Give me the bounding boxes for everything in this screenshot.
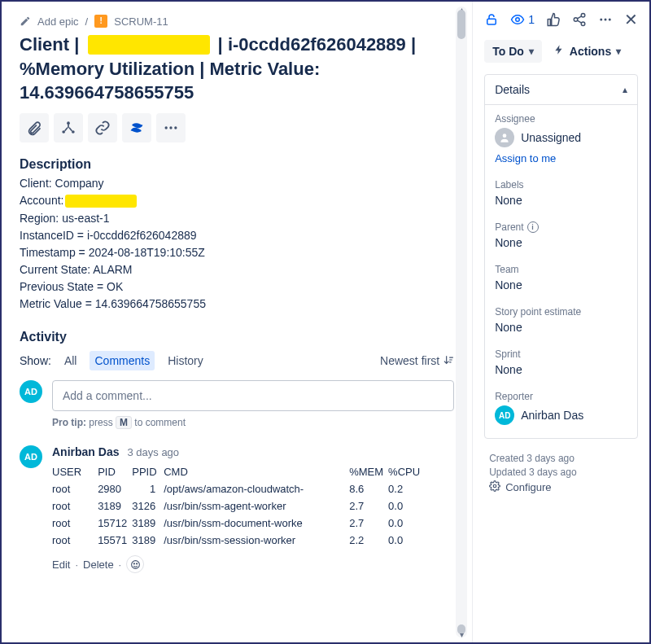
redacted-highlight-small: [65, 195, 137, 208]
col-cmd: CMD: [164, 463, 308, 480]
attach-button[interactable]: [20, 113, 49, 142]
watch-button[interactable]: 1: [510, 12, 535, 27]
tab-history[interactable]: History: [163, 351, 208, 370]
reporter-label: Reporter: [495, 391, 627, 402]
comment-author[interactable]: Anirban Das: [52, 445, 119, 458]
actions-label: Actions: [570, 45, 611, 58]
comment-actions: Edit · Delete ·: [52, 555, 454, 573]
pro-tip: Pro tip: press M to comment: [52, 416, 454, 429]
desc-metric-value: Metric Value = 14.639664758655755: [20, 297, 454, 310]
add-reaction[interactable]: [126, 555, 144, 573]
breadcrumb: Add epic / ! SCRUM-11: [20, 15, 454, 28]
issue-key[interactable]: SCRUM-11: [114, 15, 168, 28]
table-row: root 15571 3189 /usr/bin/ssm-session-wor…: [52, 532, 425, 549]
field-story-points[interactable]: Story point estimate None: [495, 306, 627, 334]
svg-point-17: [503, 134, 507, 138]
desc-instance: InstanceID = i-0ccdd62f626042889: [20, 229, 454, 242]
title-prefix: Client |: [20, 34, 85, 55]
edit-comment[interactable]: Edit: [52, 559, 70, 571]
tab-comments[interactable]: Comments: [90, 351, 155, 370]
show-label: Show:: [20, 354, 51, 367]
side-toolbar: 1 ✕: [473, 2, 649, 33]
share-icon[interactable]: [572, 12, 587, 27]
svg-point-2: [72, 130, 75, 134]
status-dropdown[interactable]: To Do ▾: [484, 40, 542, 63]
tab-all[interactable]: All: [59, 351, 82, 370]
protip-post: to comment: [132, 417, 186, 428]
description-heading: Description: [20, 157, 454, 172]
team-label: Team: [495, 264, 627, 275]
sort-icon: [443, 354, 454, 368]
link-button[interactable]: [88, 113, 117, 142]
col-pid: PID: [86, 463, 132, 480]
sprint-label: Sprint: [495, 348, 627, 360]
current-user-avatar: AD: [20, 380, 42, 403]
story-label: Story point estimate: [495, 306, 627, 318]
parent-label: Parent: [495, 221, 523, 233]
assignee-label: Assignee: [495, 113, 627, 125]
sort-label: Newest first: [380, 354, 439, 367]
confluence-button[interactable]: [122, 113, 151, 142]
redacted-highlight: [88, 35, 210, 55]
bolt-icon: [553, 44, 565, 58]
field-labels[interactable]: Labels None: [495, 179, 627, 207]
pencil-icon: [20, 15, 31, 27]
table-row: root 2980 1 /opt/aws/amazon-cloudwatch- …: [52, 480, 425, 497]
svg-point-18: [493, 484, 496, 488]
add-epic-link[interactable]: Add epic: [37, 15, 79, 28]
field-team[interactable]: Team None: [495, 264, 627, 291]
field-assignee[interactable]: Assignee Unassigned Assign to me: [495, 113, 627, 164]
details-header[interactable]: Details ▴: [485, 75, 637, 105]
main-scrollbar[interactable]: ▴ ▾: [456, 7, 467, 637]
field-reporter[interactable]: Reporter AD Anirban Das: [495, 391, 627, 425]
desc-previous-state: Previous State = OK: [20, 280, 454, 293]
add-comment-input[interactable]: Add a comment...: [52, 380, 454, 411]
configure-link[interactable]: Configure: [489, 480, 633, 494]
configure-label: Configure: [505, 481, 551, 493]
close-icon[interactable]: ✕: [624, 10, 638, 29]
labels-label: Labels: [495, 179, 627, 191]
comment-item: AD Anirban Das 3 days ago USER PID PPID …: [20, 445, 454, 573]
field-parent[interactable]: Parent i None: [495, 221, 627, 249]
scroll-down-arrow[interactable]: ▾: [456, 630, 467, 639]
delete-comment[interactable]: Delete: [83, 559, 114, 571]
svg-point-5: [174, 126, 177, 129]
side-panel: 1 ✕ To Do ▾ Actions ▾: [472, 2, 649, 642]
more-icon[interactable]: [598, 12, 613, 27]
more-actions-button[interactable]: [156, 113, 186, 142]
assign-to-me-link[interactable]: Assign to me: [495, 152, 556, 164]
vote-icon[interactable]: [546, 12, 561, 27]
parent-value: None: [495, 236, 627, 249]
svg-point-10: [516, 18, 520, 22]
table-row: root 3189 3126 /usr/bin/ssm-agent-worker…: [52, 497, 425, 515]
actions-dropdown[interactable]: Actions ▾: [550, 39, 624, 63]
status-actions-row: To Do ▾ Actions ▾: [473, 33, 649, 68]
protip-prefix: Pro tip:: [52, 417, 86, 428]
desc-region: Region: us-east-1: [20, 212, 454, 225]
svg-point-16: [609, 19, 611, 21]
activity-tabs-row: Show: All Comments History Newest first: [20, 351, 454, 370]
desc-timestamp: Timestamp = 2024-08-18T19:10:55Z: [20, 246, 454, 259]
svg-point-7: [133, 563, 134, 564]
issue-title[interactable]: Client | | i-0ccdd62f626042889 | %Memory…: [20, 33, 454, 105]
col-ppid: PPID: [132, 463, 164, 480]
sort-newest-first[interactable]: Newest first: [380, 354, 454, 368]
watch-count: 1: [528, 13, 535, 26]
side-meta: Created 3 days ago Updated 3 days ago Co…: [473, 447, 649, 505]
desc-current-state: Current State: ALARM: [20, 263, 454, 276]
svg-point-15: [605, 19, 607, 21]
field-sprint[interactable]: Sprint None: [495, 348, 627, 376]
add-child-button[interactable]: [54, 113, 83, 142]
comment-avatar: AD: [20, 445, 42, 468]
main-column: Add epic / ! SCRUM-11 Client | | i-0ccdd…: [2, 2, 472, 642]
svg-point-12: [574, 18, 578, 22]
activity-heading: Activity: [20, 330, 454, 344]
info-icon[interactable]: i: [527, 221, 539, 233]
desc-client: Client: Company: [20, 177, 454, 190]
protip-key: M: [116, 416, 132, 429]
reporter-avatar: AD: [495, 405, 514, 425]
details-panel: Details ▴ Assignee Unassigned Assign to …: [484, 74, 638, 439]
scroll-thumb[interactable]: [457, 10, 465, 39]
labels-value: None: [495, 194, 627, 207]
lock-icon[interactable]: [484, 12, 499, 27]
